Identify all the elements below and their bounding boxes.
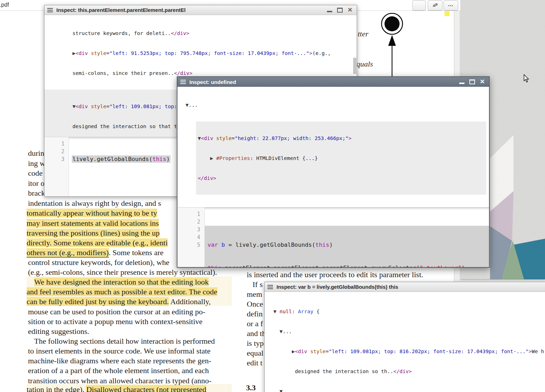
inspector-window-3: Inspect: var b = lively.getGlobalBounds(… bbox=[264, 282, 545, 392]
mouse-cursor bbox=[524, 74, 531, 83]
section-number: 3.3 bbox=[246, 383, 256, 392]
pdf-text-line: may insert statements at valid locations… bbox=[27, 219, 159, 228]
pdf-text-line: brack bbox=[28, 189, 45, 198]
pdf-text-line: sition or to activate a popup menu with … bbox=[28, 317, 203, 326]
menu-icon[interactable] bbox=[267, 284, 273, 290]
pdf-text-line: mem bbox=[247, 290, 262, 299]
pdf-text-line: machine-like diagrams where each state r… bbox=[28, 356, 211, 365]
pdf-text-line: itor o bbox=[28, 179, 44, 188]
pdf-text-line: durin bbox=[28, 149, 44, 158]
scrollbar-thumb[interactable] bbox=[353, 58, 356, 74]
state-diagram-final-node bbox=[364, 13, 424, 76]
pdf-text-line: transition occurs when an allowed charac… bbox=[28, 376, 211, 385]
pdf-text-line: and th bbox=[247, 329, 266, 338]
pdf-text-line: control structure keywords, for deletion… bbox=[28, 258, 169, 267]
pdf-text-line: We have designed the interaction so that… bbox=[27, 278, 209, 287]
close-icon[interactable]: ✕ bbox=[480, 79, 485, 85]
pdf-text-line: If s bbox=[247, 280, 263, 289]
selected-code[interactable]: var b = lively.getGlobalBounds(this) thi… bbox=[205, 226, 489, 267]
tree-node[interactable]: ▶<div style="left: 91.5253px; top: 795.7… bbox=[44, 50, 357, 56]
tree-selected-node[interactable]: ▼<div style="height: 22.877px; width: 25… bbox=[196, 121, 486, 195]
pdf-text-line: directly. Some tokens are editable (e.g.… bbox=[27, 238, 168, 247]
more-options-button[interactable]: ▪▪▪ bbox=[443, 0, 458, 10]
pdf-text-line: editing suggestions. bbox=[28, 327, 89, 336]
pdf-text-line: is typ bbox=[247, 339, 264, 348]
pdf-text-line: edit t bbox=[247, 358, 263, 368]
pdf-text-line: traversing the positions (lines) using t… bbox=[27, 229, 160, 238]
pdf-text-line: eration of a a part of the whole element… bbox=[28, 366, 209, 375]
pdf-text-line: tation in the edge). Disallowed characte… bbox=[27, 385, 206, 392]
edit-annotation-button[interactable]: ✎ bbox=[428, 0, 442, 10]
tree-node[interactable]: ▶<div style="left: 109.081px; top: 816.2… bbox=[265, 348, 545, 355]
pdf-text-line: and feel resembles as much as possible a… bbox=[27, 287, 217, 296]
close-icon[interactable]: ✕ bbox=[348, 7, 352, 13]
minimize-icon[interactable] bbox=[327, 11, 332, 12]
window-title: Inspect: this.parentElement.parentElemen… bbox=[56, 7, 327, 13]
pdf-text-line: code bbox=[28, 169, 43, 178]
ellipsis-icon: ▪▪▪ bbox=[448, 4, 454, 7]
tree-node[interactable]: ▼... bbox=[265, 388, 545, 392]
pdf-text-line: ing w bbox=[28, 159, 46, 168]
window-titlebar[interactable]: Inspect: this.parentElement.parentElemen… bbox=[44, 5, 357, 15]
pdf-text-line: others not (e.g., modifiers). Some token… bbox=[27, 248, 163, 257]
tree-node[interactable]: ▼ null: Array { bbox=[265, 308, 545, 315]
toolbar-button-partial[interactable] bbox=[412, 0, 426, 10]
window-titlebar[interactable]: Inspect: undefined ✕ bbox=[177, 77, 489, 87]
pdf-text-line: Once bbox=[247, 300, 263, 309]
tree-node[interactable]: ▼... bbox=[265, 328, 545, 335]
screen: { "toolbar": { "filename": "7.pdf", "ico… bbox=[0, 0, 545, 392]
line-number-gutter: 123 45 bbox=[177, 208, 205, 267]
dom-tree-view[interactable]: ▼... ▼<div style="height: 22.877px; widt… bbox=[177, 87, 489, 207]
pdf-text-line: equal bbox=[247, 349, 264, 358]
pdf-text-line: is inserted and the user proceeds to edi… bbox=[247, 270, 423, 279]
window-titlebar[interactable]: Inspect: var b = lively.getGlobalBounds(… bbox=[265, 282, 545, 292]
pdf-text-line: mouse can be used to position the cursor… bbox=[28, 307, 205, 316]
maximize-icon[interactable] bbox=[469, 79, 475, 84]
object-tree-view[interactable]: ▼ null: Array { ▼... ▶<div style="left: … bbox=[265, 292, 545, 392]
minimize-icon[interactable] bbox=[459, 83, 464, 84]
pdf-text-line: can be fully edited just by using the ke… bbox=[27, 297, 211, 306]
window-title: Inspect: undefined bbox=[189, 79, 459, 85]
pdf-text-line: or a f bbox=[247, 319, 263, 328]
pdf-text-line: defin bbox=[247, 309, 263, 318]
code-input[interactable]: var b = lively.getGlobalBounds(this) thi… bbox=[205, 208, 489, 267]
pencil-icon: ✎ bbox=[431, 1, 439, 10]
window-title: Inspect: var b = lively.getGlobalBounds(… bbox=[277, 284, 545, 290]
line-number-gutter: 123 bbox=[44, 137, 69, 196]
pdf-text-line: indentation is always right by design, a… bbox=[28, 199, 161, 208]
pdf-text-line: tomatically appear without having to be … bbox=[27, 209, 157, 218]
menu-icon[interactable] bbox=[180, 79, 186, 85]
tree-node[interactable]: structure keywords, for deleti..</div> bbox=[44, 30, 357, 36]
menu-icon[interactable] bbox=[47, 7, 53, 13]
pdf-text-line: The following sections detail how intera… bbox=[27, 337, 215, 346]
pdf-text-line: (e.g., semi-colons, since their presence… bbox=[28, 268, 217, 277]
pdf-filename: 7.pdf bbox=[0, 2, 9, 8]
code-editor[interactable]: 123 45 var b = lively.getGlobalBounds(th… bbox=[177, 207, 489, 267]
yellow-highlight-marker[interactable] bbox=[445, 11, 449, 16]
selected-code[interactable]: lively.getGlobalBounds(this) bbox=[72, 155, 170, 163]
maximize-icon[interactable] bbox=[337, 8, 343, 13]
tree-node[interactable]: semi-colons, since their presen..</div> bbox=[44, 70, 357, 76]
tree-node[interactable]: ▼... bbox=[177, 102, 489, 108]
tree-node[interactable]: designed the interaction so th..</div> bbox=[265, 368, 545, 374]
pdf-text-line: to insert elements in the source code. W… bbox=[28, 346, 210, 356]
inspector-window-2: Inspect: undefined ✕ ▼... ▼<div style="h… bbox=[177, 76, 490, 268]
